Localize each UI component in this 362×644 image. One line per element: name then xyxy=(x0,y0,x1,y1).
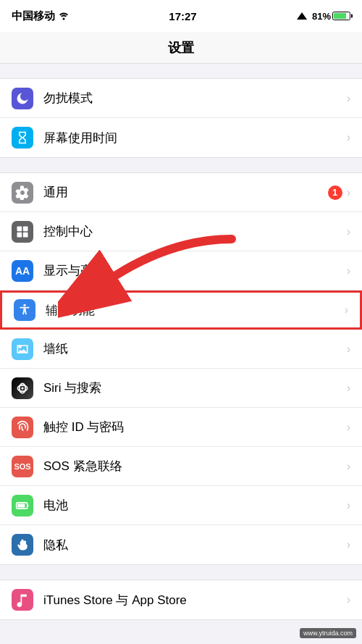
accessibility-icon xyxy=(17,303,32,317)
chevron-icon: › xyxy=(347,343,350,356)
battery-label: 电池 xyxy=(43,497,347,514)
itunes-icon xyxy=(15,593,30,607)
dnd-label: 勿扰模式 xyxy=(43,90,347,106)
hand-icon xyxy=(15,538,30,552)
chevron-icon: › xyxy=(347,460,350,473)
watermark: www.ytruida.com xyxy=(300,628,356,638)
svg-rect-4 xyxy=(17,232,22,237)
settings-row-accessibility[interactable]: 辅助功能 › xyxy=(0,290,362,330)
svg-rect-5 xyxy=(23,232,28,237)
control-center-icon xyxy=(15,225,30,239)
general-icon xyxy=(12,182,33,204)
settings-row-siri[interactable]: Siri 与搜索 › xyxy=(0,369,362,408)
svg-rect-2 xyxy=(17,226,22,231)
sos-label: SOS 紧急联络 xyxy=(43,458,347,474)
svg-point-6 xyxy=(23,304,25,306)
touchid-icon-bg xyxy=(12,417,33,438)
settings-row-wallpaper[interactable]: 墙纸 › xyxy=(0,330,362,369)
sos-icon-bg: SOS xyxy=(12,456,33,477)
battery-icon xyxy=(332,12,350,20)
screentime-label: 屏幕使用时间 xyxy=(43,130,347,146)
accessibility-label: 辅助功能 xyxy=(46,302,345,319)
chevron-icon: › xyxy=(347,131,350,144)
itunes-label: iTunes Store 与 App Store xyxy=(43,592,347,609)
chevron-icon: › xyxy=(347,382,350,395)
chevron-icon: › xyxy=(347,593,350,606)
privacy-label: 隐私 xyxy=(43,537,347,553)
settings-row-control[interactable]: 控制中心 › xyxy=(0,212,362,251)
svg-point-0 xyxy=(63,18,65,20)
settings-row-touchid[interactable]: 触控 ID 与密码 › xyxy=(0,408,362,447)
control-label: 控制中心 xyxy=(43,223,347,240)
privacy-icon-bg xyxy=(12,534,33,556)
settings-row-sos[interactable]: SOS SOS 紧急联络 › xyxy=(0,447,362,486)
dnd-icon xyxy=(12,88,33,109)
general-label: 通用 xyxy=(43,184,328,201)
navigation-bar: 设置 xyxy=(0,32,362,64)
settings-row-general[interactable]: 通用 1 › xyxy=(0,173,362,212)
location-icon xyxy=(296,12,308,20)
display-aa-icon: AA xyxy=(15,265,30,277)
chevron-icon: › xyxy=(347,186,350,199)
screentime-icon xyxy=(12,127,33,149)
itunes-icon-bg xyxy=(12,589,33,611)
status-left: 中国移动 xyxy=(12,9,70,23)
battery-percent: 81% xyxy=(312,11,331,22)
wallpaper-icon xyxy=(15,342,30,356)
settings-row-privacy[interactable]: 隐私 › xyxy=(0,525,362,564)
svg-rect-12 xyxy=(28,504,29,506)
section-2: 通用 1 › 控制中心 › AA 显示与亮度 › xyxy=(0,172,362,565)
touchid-label: 触控 ID 与密码 xyxy=(43,419,347,435)
chevron-icon: › xyxy=(347,499,350,512)
hourglass-icon xyxy=(15,130,30,145)
siri-icon xyxy=(15,381,30,396)
display-label: 显示与亮度 xyxy=(43,262,347,279)
settings-row-display[interactable]: AA 显示与亮度 › xyxy=(0,251,362,290)
settings-list: 勿扰模式 › 屏幕使用时间 › 通用 1 › xyxy=(0,64,362,644)
fingerprint-icon xyxy=(15,420,30,435)
svg-rect-3 xyxy=(23,226,28,231)
accessibility-icon-bg xyxy=(14,299,35,321)
settings-row-dnd[interactable]: 勿扰模式 › xyxy=(0,79,362,118)
sos-text-icon: SOS xyxy=(14,462,30,471)
chevron-icon: › xyxy=(345,304,348,317)
section-1: 勿扰模式 › 屏幕使用时间 › xyxy=(0,78,362,158)
svg-point-10 xyxy=(21,387,23,389)
wallpaper-icon-bg xyxy=(12,338,33,360)
svg-marker-1 xyxy=(297,12,307,20)
chevron-icon: › xyxy=(347,264,350,277)
chevron-icon: › xyxy=(347,421,350,434)
display-icon-bg: AA xyxy=(12,260,33,282)
carrier-label: 中国移动 xyxy=(12,9,55,23)
status-bar: 中国移动 17:27 81% xyxy=(0,0,362,32)
settings-row-itunes[interactable]: iTunes Store 与 App Store › xyxy=(0,580,362,619)
wallpaper-label: 墙纸 xyxy=(43,340,347,357)
general-badge: 1 xyxy=(328,185,342,200)
section-3: iTunes Store 与 App Store › xyxy=(0,580,362,620)
chevron-icon: › xyxy=(347,225,350,238)
battery-setting-icon xyxy=(15,498,30,513)
battery-icon-bg xyxy=(12,495,33,517)
siri-label: Siri 与搜索 xyxy=(43,380,347,396)
chevron-icon: › xyxy=(347,92,350,105)
settings-row-screentime[interactable]: 屏幕使用时间 › xyxy=(0,118,362,157)
siri-icon-bg xyxy=(12,377,33,399)
settings-row-battery[interactable]: 电池 › xyxy=(0,486,362,525)
moon-icon xyxy=(15,91,30,106)
time-label: 17:27 xyxy=(169,10,196,22)
chevron-icon: › xyxy=(347,538,350,551)
page-title: 设置 xyxy=(168,39,194,57)
svg-rect-13 xyxy=(17,503,25,507)
status-right: 81% xyxy=(296,11,350,22)
gear-icon xyxy=(15,185,30,200)
control-icon xyxy=(12,221,33,243)
battery-indicator: 81% xyxy=(312,11,350,22)
wifi-icon xyxy=(58,12,70,20)
